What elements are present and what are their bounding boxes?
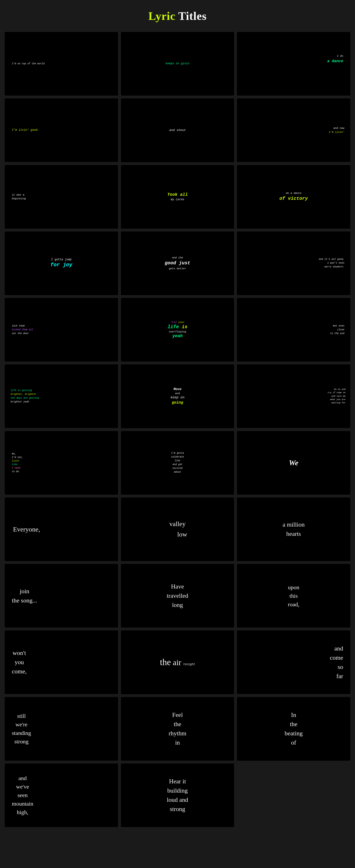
card-32: Feel the rhythm in [121,697,234,761]
lyric-15: Not even close to the end [330,324,344,336]
lyric-19: No, I'm not, livin like I need to be [12,452,23,473]
card-12: And it's all good, I won't even worry an… [237,231,350,295]
lyric-14: 'til your life is overflowing yeah [168,321,187,339]
lyric-grid: I'm on top of the world keeps on givin I… [5,32,350,827]
lyric-10: I gotta jump for joy [51,258,72,269]
card-35: Hear it building loud and strong [121,764,234,827]
lyric-16: life is getting brighter, brighter the d… [11,389,39,404]
card-29: the air tonight [121,630,234,694]
card-33: In the beating of [237,697,350,761]
card-10: I gotta jump for joy [5,231,118,295]
lyric-6: and now I'm livin' [329,126,344,134]
lyric-29: the air tonight [160,656,195,669]
card-31: still we're standing strong [5,697,118,761]
lyric-3: I do a dance [327,54,343,64]
card-16: life is getting brighter, brighter the d… [5,364,118,428]
card-30: and come so far [237,630,350,694]
card-4: I'm livin' good. [5,98,118,162]
lyric-28: won't you come, [12,648,27,676]
lyric-27: upon this road, [288,583,299,609]
card-20: I'm gotta celebrate like And get excited… [121,431,234,495]
lyric-9: do a dance of victory [279,191,308,202]
lyric-33: In the beating of [285,710,303,747]
card-6: and now I'm livin' [237,98,350,162]
card-7: it was a beginning [5,165,118,229]
card-22: Everyone, [5,497,118,561]
lyric-25: join the song... [12,587,37,605]
lyric-23: valley low [168,519,187,540]
lyric-word: Lyric [148,10,175,22]
page-title: Lyric Titles [5,9,350,23]
card-27: upon this road, [237,564,350,627]
card-5: and shout [121,98,234,162]
card-2: keeps on givin [121,32,234,95]
card-24: a million hearts [237,497,350,561]
lyric-22: Everyone, [13,525,40,534]
card-1: I'm on top of the world [5,32,118,95]
lyric-13: lock them kicked them all out the door [12,324,33,336]
lyric-1: I'm on top of the world [12,62,45,65]
lyric-18: Go on and try if come on and tell me wha… [328,388,346,405]
lyric-31: still we're standing strong [12,712,31,746]
titles-word: Titles [178,10,207,22]
lyric-24: a million hearts [283,520,304,538]
card-23: valley low [121,497,234,561]
lyric-26: Have travelled long [167,582,188,610]
card-25: join the song... [5,564,118,627]
lyric-7: it was a beginning [12,193,26,201]
card-15: Not even close to the end [237,298,350,362]
lyric-30: and come so far [330,644,343,681]
lyric-4: I'm livin' good. [12,128,39,132]
card-18: Go on and try if come on and tell me wha… [237,364,350,428]
lyric-2: keeps on givin [166,62,189,66]
card-11: And the good just gets better [121,231,234,295]
card-14: 'til your life is overflowing yeah [121,298,234,362]
card-9: do a dance of victory [237,165,350,229]
lyric-21: We [289,458,298,468]
card-19: No, I'm not, livin like I need to be [5,431,118,495]
lyric-5: and shout [169,128,186,132]
card-13: lock them kicked them all out the door [5,298,118,362]
lyric-17: Move and keep on going [171,387,185,405]
lyric-32: Feel the rhythm in [169,710,186,747]
card-17: Move and keep on going [121,364,234,428]
lyric-35: Hear it building loud and strong [167,777,188,814]
lyric-34: and we've seen mountain high, [12,774,33,816]
card-21: We [237,431,350,495]
lyric-8: Took all my cares [167,192,188,202]
card-28: won't you come, [5,630,118,694]
card-26: Have travelled long [121,564,234,627]
card-8: Took all my cares [121,165,234,229]
lyric-11: And the good just gets better [165,256,190,271]
lyric-20: I'm gotta celebrate like And get excited… [171,452,184,474]
lyric-12: And it's all good, I won't even worry an… [319,257,344,269]
card-34: and we've seen mountain high, [5,764,118,827]
card-3: I do a dance [237,32,350,95]
